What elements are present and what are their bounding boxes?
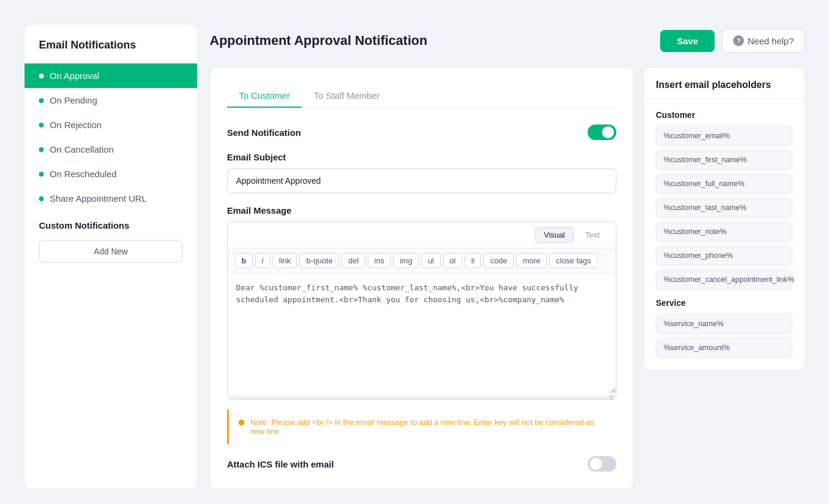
on-cancellation-dot (39, 147, 44, 152)
placeholders-body: Customer %customer_email% %customer_firs… (644, 99, 804, 370)
link-button[interactable]: link (273, 253, 298, 268)
note-text: Note: Please add <br /> in the email mes… (250, 418, 607, 436)
placeholder-service-name[interactable]: %service_name% (656, 314, 792, 334)
help-label: Need help? (748, 36, 794, 46)
sidebar-item-label: On Rejection (50, 120, 102, 130)
bold-button[interactable]: b (235, 253, 253, 268)
visual-view-button[interactable]: Visual (535, 227, 574, 243)
service-section-title: Service (656, 298, 792, 308)
placeholder-customer-full-name[interactable]: %customer_full_name% (656, 174, 792, 194)
sidebar-item-on-rescheduled[interactable]: On Rescheduled (25, 162, 197, 186)
page-title: Appointment Approval Notification (210, 33, 427, 48)
attach-ics-label: Attach ICS file with email (227, 459, 334, 469)
tabs: To Customer To Staff Member (227, 84, 616, 108)
img-button[interactable]: img (393, 253, 419, 268)
email-editor: Visual Text b i link b-quote del ins img (227, 221, 616, 400)
sidebar-item-label: On Rescheduled (50, 169, 117, 179)
sidebar-item-label: On Approval (50, 71, 99, 81)
text-view-button[interactable]: Text (576, 227, 609, 243)
sidebar-item-on-cancellation[interactable]: On Cancellation (25, 137, 197, 162)
help-button[interactable]: ? Need help? (722, 29, 805, 53)
main-content: Appointment Approval Notification Save ?… (210, 24, 805, 489)
attach-ics-toggle[interactable] (588, 456, 616, 472)
email-subject-label: Email Subject (227, 152, 616, 162)
sidebar-item-on-rejection[interactable]: On Rejection (25, 113, 197, 137)
ins-button[interactable]: ins (368, 253, 391, 268)
resize-dots-icon: ⠿ (609, 394, 613, 400)
email-message-section: Email Message Visual Text b i link b-quo (227, 205, 616, 400)
placeholder-customer-first-name[interactable]: %customer_first_name% (656, 150, 792, 170)
send-notification-label: Send Notification (227, 127, 301, 138)
email-message-label: Email Message (227, 205, 616, 215)
send-notification-row: Send Notification (227, 125, 616, 140)
form-card: To Customer To Staff Member Send Notific… (210, 67, 634, 489)
del-button[interactable]: del (341, 253, 365, 268)
li-button[interactable]: li (465, 253, 482, 268)
add-new-button[interactable]: Add New (39, 240, 183, 263)
ul-button[interactable]: ul (421, 253, 440, 268)
resize-handle[interactable]: ⠿ (228, 396, 616, 399)
share-url-dot (39, 196, 44, 201)
save-button[interactable]: Save (660, 30, 715, 52)
on-approval-dot (39, 74, 44, 78)
tab-to-staff-member[interactable]: To Staff Member (302, 84, 392, 108)
placeholder-customer-phone[interactable]: %customer_phone% (656, 245, 792, 266)
placeholder-customer-note[interactable]: %customer_note% (656, 221, 792, 242)
placeholder-customer-last-name[interactable]: %customer_last_name% (656, 198, 792, 218)
note-box: Note: Please add <br /> in the email mes… (227, 409, 616, 444)
sidebar-item-on-pending[interactable]: On Pending (25, 88, 197, 113)
placeholder-customer-email[interactable]: %customer_email% (656, 126, 792, 146)
header-actions: Save ? Need help? (660, 29, 805, 53)
placeholder-service-amount[interactable]: %service_amount% (656, 338, 792, 358)
close-tags-button[interactable]: close tags (549, 253, 598, 268)
bquote-button[interactable]: b-quote (299, 253, 339, 268)
sidebar-title: Email Notifications (25, 39, 197, 63)
sidebar-item-label: Share Appointment URL (50, 193, 147, 204)
email-subject-section: Email Subject (227, 152, 616, 205)
content-area: To Customer To Staff Member Send Notific… (210, 67, 805, 489)
help-icon: ? (733, 35, 744, 46)
on-pending-dot (39, 98, 44, 103)
note-dot-icon (238, 420, 244, 426)
email-message-textarea[interactable]: Dear %customer_first_name% %customer_las… (228, 274, 616, 393)
send-notification-toggle[interactable] (588, 125, 616, 140)
placeholders-title: Insert email placeholders (644, 68, 804, 99)
sidebar-item-on-approval[interactable]: On Approval (25, 63, 197, 88)
sidebar-item-label: On Cancellation (50, 144, 114, 154)
on-rescheduled-dot (39, 172, 44, 177)
ol-button[interactable]: ol (443, 253, 462, 268)
sidebar: Email Notifications On Approval On Pendi… (24, 24, 198, 489)
italic-button[interactable]: i (255, 253, 270, 268)
email-subject-input[interactable] (227, 168, 616, 193)
sidebar-item-share-appointment-url[interactable]: Share Appointment URL (25, 186, 197, 211)
code-button[interactable]: code (483, 253, 513, 268)
custom-notifications-title: Custom Notifications (25, 211, 197, 235)
sidebar-item-label: On Pending (50, 95, 97, 105)
placeholder-customer-cancel-link[interactable]: %customer_cancel_appointment_link% (656, 269, 792, 290)
on-rejection-dot (39, 123, 44, 127)
tab-to-customer[interactable]: To Customer (227, 84, 302, 108)
attach-ics-row: Attach ICS file with email (227, 456, 616, 472)
page-header: Appointment Approval Notification Save ?… (210, 24, 805, 57)
editor-view-toggle: Visual Text (228, 222, 616, 248)
format-toolbar: b i link b-quote del ins img ul ol li co… (228, 248, 616, 274)
customer-section-title: Customer (656, 110, 792, 120)
more-button[interactable]: more (516, 253, 547, 268)
placeholders-panel: Insert email placeholders Customer %cust… (643, 67, 805, 371)
